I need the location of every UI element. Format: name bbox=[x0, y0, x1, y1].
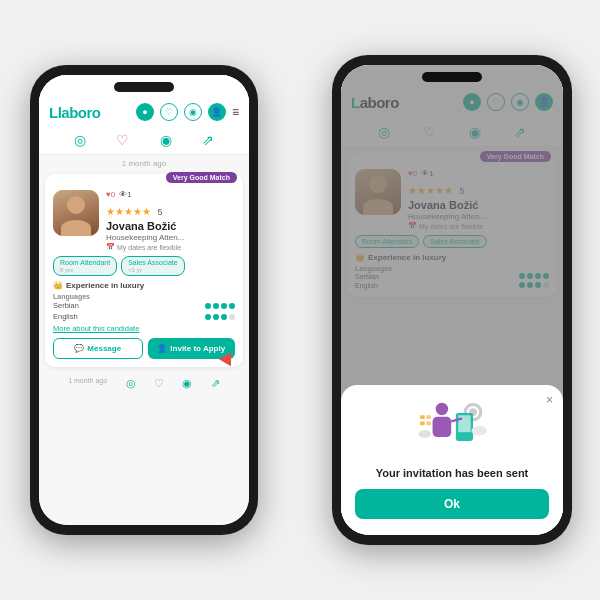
candidate-card-left: Very Good Match ♥0 👁1 ★★★★★ bbox=[45, 174, 243, 367]
view-count: 👁1 bbox=[119, 190, 131, 199]
invite-button[interactable]: 👤 Invite to Apply bbox=[148, 338, 236, 359]
like-row-left: ♥0 👁1 bbox=[106, 190, 235, 199]
modal-illustration bbox=[417, 399, 487, 459]
card-info-left: ♥0 👁1 ★★★★★ 5 Jovana Božić Housekeeping … bbox=[106, 190, 235, 251]
languages-section: Languages Serbian English bbox=[53, 293, 235, 321]
candidate-date-left: 📅 My dates are flexible bbox=[106, 243, 235, 251]
eye-icon-top[interactable]: ◉ bbox=[184, 103, 202, 121]
top-icons-left: ● ♡ ◉ 👤 ≡ bbox=[136, 103, 239, 121]
svg-rect-7 bbox=[420, 415, 425, 419]
modal-close-button[interactable]: × bbox=[546, 393, 553, 407]
logo-accent: L bbox=[49, 104, 58, 121]
tag-room-attendant: Room Attendant8 yrs bbox=[53, 256, 117, 276]
screen-content-right: Laboro ● ♡ ◉ 👤 ◎ ♡ ◉ bbox=[341, 65, 563, 535]
logo-left: Llaboro bbox=[49, 104, 101, 121]
avatar-img-left bbox=[53, 190, 99, 236]
user-avatar-icon[interactable]: 👤 bbox=[208, 103, 226, 121]
location-icon[interactable]: ● bbox=[136, 103, 154, 121]
message-icon: 💬 bbox=[74, 344, 84, 353]
bottom-action-row: 1 month ago ◎ ♡ ◉ ⇗ bbox=[39, 371, 249, 396]
action-heart[interactable]: ♡ bbox=[116, 132, 129, 148]
message-button[interactable]: 💬 Message bbox=[53, 338, 143, 359]
candidate-title-left: Housekeeping Atten... bbox=[106, 233, 235, 242]
action-eye[interactable]: ◉ bbox=[160, 132, 172, 148]
svg-point-11 bbox=[419, 430, 431, 438]
match-badge-left: Very Good Match bbox=[166, 172, 237, 183]
more-link[interactable]: More about this candidate bbox=[53, 324, 235, 333]
phone-right: Laboro ● ♡ ◉ 👤 ◎ ♡ ◉ bbox=[332, 55, 572, 545]
crown-icon: 👑 bbox=[53, 281, 63, 290]
lang2-dots bbox=[205, 314, 235, 320]
avatar-left bbox=[53, 190, 99, 236]
invitation-modal: × bbox=[341, 385, 563, 535]
phone-left-screen: Llaboro ● ♡ ◉ 👤 ≡ ◎ ♡ ◉ ⇗ bbox=[39, 75, 249, 525]
lang2-name: English bbox=[53, 312, 78, 321]
stars-left: ★★★★★ 5 bbox=[106, 201, 235, 219]
svg-rect-9 bbox=[426, 415, 431, 419]
lang-label: Languages bbox=[53, 293, 235, 300]
cursor-pointer bbox=[219, 352, 237, 369]
svg-point-4 bbox=[436, 403, 448, 415]
btn-row-left: 💬 Message 👤 Invite to Apply bbox=[53, 338, 235, 359]
svg-point-12 bbox=[471, 426, 487, 435]
candidate-name-left: Jovana Božić bbox=[106, 220, 235, 232]
timestamp-top: 1 month ago bbox=[39, 155, 249, 170]
lang1-name: Serbian bbox=[53, 301, 79, 310]
bottom-eye[interactable]: ◉ bbox=[182, 377, 192, 390]
modal-message: Your invitation has been sent bbox=[355, 467, 549, 479]
phone-right-screen: Laboro ● ♡ ◉ 👤 ◎ ♡ ◉ bbox=[341, 65, 563, 535]
tag-sales-associate: Sales Associate<1 yr bbox=[121, 256, 184, 276]
svg-rect-10 bbox=[426, 421, 431, 425]
bottom-heart[interactable]: ♡ bbox=[154, 377, 164, 390]
tags-row-left: Room Attendant8 yrs Sales Associate<1 yr bbox=[53, 256, 235, 276]
action-row-left: ◎ ♡ ◉ ⇗ bbox=[39, 126, 249, 155]
scene: Llaboro ● ♡ ◉ 👤 ≡ ◎ ♡ ◉ ⇗ bbox=[0, 0, 600, 600]
action-location[interactable]: ◎ bbox=[74, 132, 86, 148]
like-heart: ♥0 bbox=[106, 190, 115, 199]
phone-left: Llaboro ● ♡ ◉ 👤 ≡ ◎ ♡ ◉ ⇗ bbox=[30, 65, 258, 535]
card-top-left: ♥0 👁1 ★★★★★ 5 Jovana Božić Housekeeping … bbox=[53, 190, 235, 251]
notch-left bbox=[114, 82, 174, 92]
svg-rect-5 bbox=[433, 417, 452, 437]
action-share[interactable]: ⇗ bbox=[202, 132, 214, 148]
bell-icon[interactable]: ♡ bbox=[160, 103, 178, 121]
modal-overlay: × bbox=[341, 65, 563, 535]
svg-rect-8 bbox=[420, 421, 425, 425]
section-title-left: 👑 Experience in luxury bbox=[53, 281, 235, 290]
bottom-share[interactable]: ⇗ bbox=[211, 377, 220, 390]
screen-content-left: Llaboro ● ♡ ◉ 👤 ≡ ◎ ♡ ◉ ⇗ bbox=[39, 75, 249, 525]
lang1-dots bbox=[205, 303, 235, 309]
invite-icon: 👤 bbox=[157, 344, 167, 353]
bottom-timestamp: 1 month ago bbox=[68, 377, 107, 390]
bottom-location[interactable]: ◎ bbox=[126, 377, 136, 390]
ok-button[interactable]: Ok bbox=[355, 489, 549, 519]
illustration-svg bbox=[417, 394, 487, 459]
menu-icon[interactable]: ≡ bbox=[232, 105, 239, 119]
